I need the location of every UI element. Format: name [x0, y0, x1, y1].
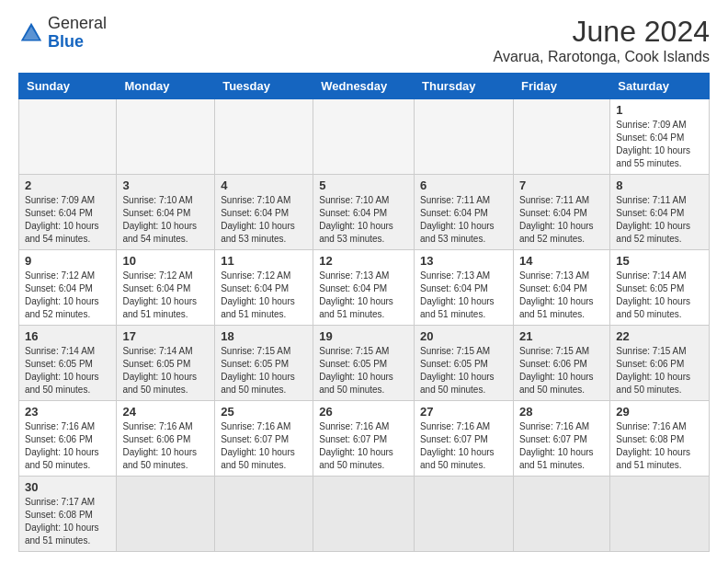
- day-number: 27: [420, 405, 507, 419]
- day-info: Sunrise: 7:13 AM Sunset: 6:04 PM Dayligh…: [319, 270, 408, 321]
- calendar-cell: [415, 477, 514, 552]
- logo-general: General: [48, 14, 107, 32]
- day-info: Sunrise: 7:16 AM Sunset: 6:07 PM Dayligh…: [519, 420, 604, 472]
- calendar-cell: 3Sunrise: 7:10 AM Sunset: 6:04 PM Daylig…: [117, 175, 215, 250]
- calendar-week-3: 9Sunrise: 7:12 AM Sunset: 6:04 PM Daylig…: [19, 250, 710, 326]
- calendar-cell: [215, 477, 313, 552]
- day-number: 11: [221, 254, 307, 268]
- calendar-cell: 25Sunrise: 7:16 AM Sunset: 6:07 PM Dayli…: [215, 401, 313, 477]
- day-info: Sunrise: 7:12 AM Sunset: 6:04 PM Dayligh…: [25, 270, 110, 321]
- calendar-cell: 30Sunrise: 7:17 AM Sunset: 6:08 PM Dayli…: [19, 477, 117, 552]
- calendar-cell: 16Sunrise: 7:14 AM Sunset: 6:05 PM Dayli…: [19, 326, 117, 401]
- subtitle: Avarua, Rarotonga, Cook Islands: [494, 49, 710, 65]
- day-number: 7: [519, 178, 604, 192]
- day-info: Sunrise: 7:11 AM Sunset: 6:04 PM Dayligh…: [420, 194, 507, 246]
- calendar-week-1: 1Sunrise: 7:09 AM Sunset: 6:04 PM Daylig…: [19, 99, 710, 175]
- calendar-cell: 29Sunrise: 7:16 AM Sunset: 6:08 PM Dayli…: [610, 401, 710, 477]
- day-info: Sunrise: 7:16 AM Sunset: 6:08 PM Dayligh…: [616, 420, 703, 472]
- calendar-cell: 14Sunrise: 7:13 AM Sunset: 6:04 PM Dayli…: [513, 250, 609, 326]
- calendar-cell: [117, 477, 215, 552]
- day-info: Sunrise: 7:13 AM Sunset: 6:04 PM Dayligh…: [420, 270, 507, 321]
- day-info: Sunrise: 7:17 AM Sunset: 6:08 PM Dayligh…: [25, 496, 110, 547]
- calendar-cell: 20Sunrise: 7:15 AM Sunset: 6:05 PM Dayli…: [415, 326, 514, 401]
- col-header-saturday: Saturday: [610, 74, 710, 99]
- col-header-friday: Friday: [513, 74, 609, 99]
- calendar-cell: 23Sunrise: 7:16 AM Sunset: 6:06 PM Dayli…: [19, 401, 117, 477]
- day-info: Sunrise: 7:15 AM Sunset: 6:06 PM Dayligh…: [616, 345, 703, 396]
- calendar-cell: 6Sunrise: 7:11 AM Sunset: 6:04 PM Daylig…: [415, 175, 514, 250]
- calendar-header-row: SundayMondayTuesdayWednesdayThursdayFrid…: [19, 74, 710, 99]
- calendar-cell: [513, 99, 609, 175]
- day-info: Sunrise: 7:15 AM Sunset: 6:05 PM Dayligh…: [221, 345, 307, 396]
- day-number: 6: [420, 178, 507, 192]
- day-info: Sunrise: 7:15 AM Sunset: 6:05 PM Dayligh…: [319, 345, 408, 396]
- day-info: Sunrise: 7:11 AM Sunset: 6:04 PM Dayligh…: [519, 194, 604, 246]
- day-info: Sunrise: 7:10 AM Sunset: 6:04 PM Dayligh…: [122, 194, 209, 246]
- day-info: Sunrise: 7:16 AM Sunset: 6:06 PM Dayligh…: [25, 420, 110, 472]
- calendar-cell: 13Sunrise: 7:13 AM Sunset: 6:04 PM Dayli…: [415, 250, 514, 326]
- calendar-cell: [610, 477, 710, 552]
- col-header-sunday: Sunday: [19, 74, 117, 99]
- calendar-cell: [215, 99, 313, 175]
- calendar-cell: 28Sunrise: 7:16 AM Sunset: 6:07 PM Dayli…: [513, 401, 609, 477]
- calendar-week-5: 23Sunrise: 7:16 AM Sunset: 6:06 PM Dayli…: [19, 401, 710, 477]
- calendar-cell: 12Sunrise: 7:13 AM Sunset: 6:04 PM Dayli…: [313, 250, 415, 326]
- calendar-cell: 9Sunrise: 7:12 AM Sunset: 6:04 PM Daylig…: [19, 250, 117, 326]
- calendar-cell: 2Sunrise: 7:09 AM Sunset: 6:04 PM Daylig…: [19, 175, 117, 250]
- day-info: Sunrise: 7:09 AM Sunset: 6:04 PM Dayligh…: [616, 119, 703, 170]
- logo: General Blue: [18, 15, 107, 52]
- calendar-cell: 8Sunrise: 7:11 AM Sunset: 6:04 PM Daylig…: [610, 175, 710, 250]
- calendar-week-2: 2Sunrise: 7:09 AM Sunset: 6:04 PM Daylig…: [19, 175, 710, 250]
- day-number: 5: [319, 178, 408, 192]
- col-header-thursday: Thursday: [415, 74, 514, 99]
- calendar-cell: 21Sunrise: 7:15 AM Sunset: 6:06 PM Dayli…: [513, 326, 609, 401]
- day-number: 9: [25, 254, 110, 268]
- day-info: Sunrise: 7:09 AM Sunset: 6:04 PM Dayligh…: [25, 194, 110, 246]
- day-number: 17: [122, 329, 209, 343]
- page-header: General Blue June 2024 Avarua, Rarotonga…: [18, 15, 710, 65]
- day-info: Sunrise: 7:16 AM Sunset: 6:07 PM Dayligh…: [420, 420, 507, 472]
- calendar-cell: [19, 99, 117, 175]
- calendar-week-6: 30Sunrise: 7:17 AM Sunset: 6:08 PM Dayli…: [19, 477, 710, 552]
- day-number: 22: [616, 329, 703, 343]
- calendar-cell: 22Sunrise: 7:15 AM Sunset: 6:06 PM Dayli…: [610, 326, 710, 401]
- day-info: Sunrise: 7:14 AM Sunset: 6:05 PM Dayligh…: [616, 270, 703, 321]
- title-block: June 2024 Avarua, Rarotonga, Cook Island…: [494, 15, 710, 65]
- day-number: 10: [122, 254, 209, 268]
- day-info: Sunrise: 7:16 AM Sunset: 6:07 PM Dayligh…: [221, 420, 307, 472]
- day-info: Sunrise: 7:13 AM Sunset: 6:04 PM Dayligh…: [519, 270, 604, 321]
- calendar-cell: 19Sunrise: 7:15 AM Sunset: 6:05 PM Dayli…: [313, 326, 415, 401]
- calendar-cell: 11Sunrise: 7:12 AM Sunset: 6:04 PM Dayli…: [215, 250, 313, 326]
- calendar-cell: 24Sunrise: 7:16 AM Sunset: 6:06 PM Dayli…: [117, 401, 215, 477]
- day-info: Sunrise: 7:14 AM Sunset: 6:05 PM Dayligh…: [122, 345, 209, 396]
- logo-icon: [18, 20, 44, 46]
- calendar-week-4: 16Sunrise: 7:14 AM Sunset: 6:05 PM Dayli…: [19, 326, 710, 401]
- day-number: 14: [519, 254, 604, 268]
- day-number: 28: [519, 405, 604, 419]
- day-number: 13: [420, 254, 507, 268]
- calendar-cell: 7Sunrise: 7:11 AM Sunset: 6:04 PM Daylig…: [513, 175, 609, 250]
- calendar-cell: 15Sunrise: 7:14 AM Sunset: 6:05 PM Dayli…: [610, 250, 710, 326]
- calendar-cell: 4Sunrise: 7:10 AM Sunset: 6:04 PM Daylig…: [215, 175, 313, 250]
- day-number: 15: [616, 254, 703, 268]
- day-number: 16: [25, 329, 110, 343]
- calendar-cell: [313, 477, 415, 552]
- calendar-cell: [313, 99, 415, 175]
- day-info: Sunrise: 7:12 AM Sunset: 6:04 PM Dayligh…: [122, 270, 209, 321]
- day-number: 2: [25, 178, 110, 192]
- day-number: 26: [319, 405, 408, 419]
- day-number: 20: [420, 329, 507, 343]
- day-info: Sunrise: 7:16 AM Sunset: 6:06 PM Dayligh…: [122, 420, 209, 472]
- calendar-cell: 1Sunrise: 7:09 AM Sunset: 6:04 PM Daylig…: [610, 99, 710, 175]
- day-info: Sunrise: 7:14 AM Sunset: 6:05 PM Dayligh…: [25, 345, 110, 396]
- calendar-cell: 27Sunrise: 7:16 AM Sunset: 6:07 PM Dayli…: [415, 401, 514, 477]
- day-number: 23: [25, 405, 110, 419]
- col-header-tuesday: Tuesday: [215, 74, 313, 99]
- calendar-cell: 18Sunrise: 7:15 AM Sunset: 6:05 PM Dayli…: [215, 326, 313, 401]
- day-info: Sunrise: 7:10 AM Sunset: 6:04 PM Dayligh…: [319, 194, 408, 246]
- day-number: 29: [616, 405, 703, 419]
- calendar-cell: 10Sunrise: 7:12 AM Sunset: 6:04 PM Dayli…: [117, 250, 215, 326]
- day-number: 1: [616, 103, 703, 117]
- day-number: 12: [319, 254, 408, 268]
- day-number: 18: [221, 329, 307, 343]
